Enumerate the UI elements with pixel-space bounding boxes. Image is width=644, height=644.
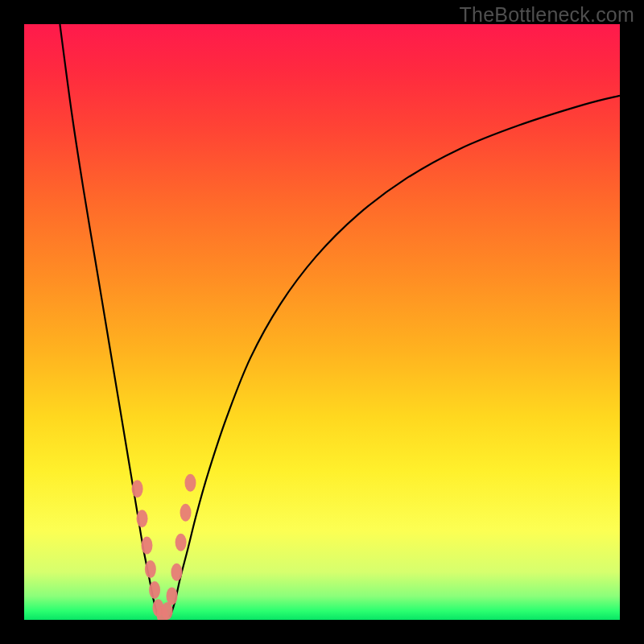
- data-point: [184, 474, 196, 492]
- data-point: [145, 560, 156, 578]
- data-point: [175, 534, 187, 551]
- data-point: [141, 537, 152, 555]
- data-point: [171, 564, 182, 581]
- plot-area: [24, 24, 620, 620]
- watermark-text: TheBottleneck.com: [460, 3, 634, 27]
- data-point: [132, 480, 143, 497]
- data-points-group: [132, 474, 196, 620]
- data-point: [137, 510, 148, 527]
- chart-frame: TheBottleneck.com: [0, 0, 644, 644]
- data-point: [180, 504, 192, 522]
- curve-left-branch: [60, 24, 158, 617]
- data-point: [149, 581, 160, 599]
- chart-svg: [24, 24, 620, 620]
- curve-right-branch: [170, 96, 620, 617]
- data-point: [167, 587, 178, 605]
